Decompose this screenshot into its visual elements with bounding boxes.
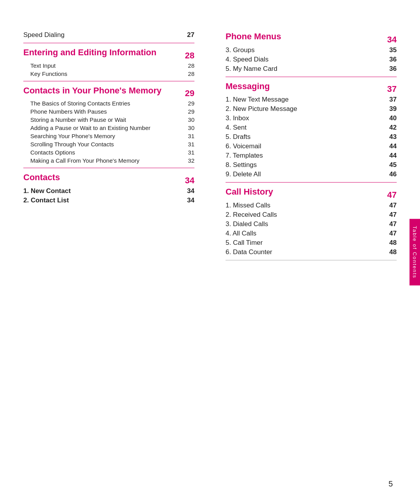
list-item: Text Input 28 <box>23 62 194 69</box>
contacts-options-label: Contacts Options <box>30 149 75 156</box>
key-functions-page: 28 <box>183 70 194 77</box>
list-item: 5. My Name Card 36 <box>226 65 397 73</box>
list-item: 5. Call Timer 48 <box>226 239 397 247</box>
text-input-label: Text Input <box>30 62 56 69</box>
list-item: The Basics of Storing Contacts Entries 2… <box>23 100 194 107</box>
new-contact-label: 1. New Contact <box>23 187 71 195</box>
new-text-msg-page: 37 <box>385 96 397 104</box>
contacts-memory-heading-row: Contacts in Your Phone's Memory 29 <box>23 85 194 99</box>
list-item: 6. Voicemail 44 <box>226 142 397 150</box>
key-functions-label: Key Functions <box>30 70 67 77</box>
list-item: 1. New Text Message 37 <box>226 96 397 104</box>
my-name-card-label: 5. My Name Card <box>226 65 277 73</box>
speed-dials-page: 36 <box>385 56 397 63</box>
list-item: 4. Sent 42 <box>226 124 397 132</box>
received-calls-page: 47 <box>385 211 397 219</box>
list-item: Key Functions 28 <box>23 70 194 77</box>
contact-list-page: 34 <box>183 197 194 204</box>
basics-label: The Basics of Storing Contacts Entries <box>30 100 130 107</box>
divider-2 <box>23 81 194 81</box>
list-item: 2. New Picture Message 39 <box>226 105 397 113</box>
page-container: Speed Dialing 27 Entering and Editing In… <box>0 0 420 504</box>
contacts-memory-page: 29 <box>185 88 194 98</box>
scrolling-page: 31 <box>183 141 194 148</box>
divider-1 <box>23 43 194 43</box>
inbox-page: 40 <box>385 114 397 122</box>
phone-menus-section: Phone Menus 34 3. Groups 35 4. Speed Dia… <box>226 31 397 73</box>
contact-list-label: 2. Contact List <box>23 197 69 204</box>
inbox-label: 3. Inbox <box>226 114 249 122</box>
basics-page: 29 <box>183 100 194 107</box>
adding-pause-label: Adding a Pause or Wait to an Existing Nu… <box>30 125 150 131</box>
entering-heading: Entering and Editing Information <box>23 47 156 58</box>
list-item: 3. Groups 35 <box>226 46 397 54</box>
sent-label: 4. Sent <box>226 124 247 132</box>
new-contact-page: 34 <box>183 187 194 195</box>
delete-all-label: 9. Delete All <box>226 170 261 178</box>
speed-dialing-row: Speed Dialing 27 <box>23 31 194 39</box>
list-item: Phone Numbers With Pauses 29 <box>23 108 194 115</box>
messaging-heading: Messaging <box>226 81 270 92</box>
dialed-calls-label: 3. Dialed Calls <box>226 220 268 228</box>
received-calls-label: 2. Received Calls <box>226 211 277 219</box>
right-column: Phone Menus 34 3. Groups 35 4. Speed Dia… <box>218 31 397 264</box>
all-calls-label: 4. All Calls <box>226 230 256 237</box>
drafts-label: 5. Drafts <box>226 133 250 141</box>
side-tab-label: Table of Contents <box>412 226 418 278</box>
list-item: 6. Data Counter 48 <box>226 248 397 256</box>
call-history-heading: Call History <box>226 186 273 198</box>
templates-label: 7. Templates <box>226 152 263 160</box>
list-item: 1. Missed Calls 47 <box>226 202 397 209</box>
list-item: Storing a Number with Pause or Wait 30 <box>23 116 194 123</box>
contacts-options-page: 31 <box>183 149 194 156</box>
side-tab: Table of Contents <box>410 219 420 285</box>
list-item: 7. Templates 44 <box>226 152 397 160</box>
list-item: 4. Speed Dials 36 <box>226 56 397 63</box>
settings-label: 8. Settings <box>226 161 257 169</box>
list-item: 5. Drafts 43 <box>226 133 397 141</box>
call-history-section: Call History 47 1. Missed Calls 47 2. Re… <box>226 186 397 256</box>
list-item: Adding a Pause or Wait to an Existing Nu… <box>23 125 194 131</box>
entering-section: Entering and Editing Information 28 Text… <box>23 47 194 77</box>
left-column: Speed Dialing 27 Entering and Editing In… <box>23 31 202 264</box>
searching-label: Searching Your Phone's Memory <box>30 133 115 139</box>
new-text-msg-label: 1. New Text Message <box>226 96 289 104</box>
text-input-page: 28 <box>183 62 194 69</box>
call-history-heading-row: Call History 47 <box>226 186 397 200</box>
groups-label: 3. Groups <box>226 46 255 54</box>
phone-menus-page: 34 <box>387 35 397 45</box>
contacts-memory-section: Contacts in Your Phone's Memory 29 The B… <box>23 85 194 164</box>
page-number: 5 <box>388 479 393 488</box>
drafts-page: 43 <box>385 133 397 141</box>
messaging-section: Messaging 37 1. New Text Message 37 2. N… <box>226 81 397 179</box>
entering-heading-page: 28 <box>185 51 194 61</box>
scrolling-label: Scrolling Through Your Contacts <box>30 141 114 148</box>
two-column-layout: Speed Dialing 27 Entering and Editing In… <box>23 31 397 264</box>
divider-4 <box>226 77 397 77</box>
contacts-heading-row: Contacts 34 <box>23 172 194 186</box>
contacts-heading: Contacts <box>23 172 60 183</box>
list-item: 4. All Calls 47 <box>226 230 397 237</box>
divider-3 <box>23 168 194 168</box>
call-history-page: 47 <box>387 190 397 200</box>
delete-all-page: 46 <box>385 170 397 178</box>
messaging-page: 37 <box>387 84 397 94</box>
contacts-memory-heading: Contacts in Your Phone's Memory <box>23 85 161 97</box>
dialed-calls-page: 47 <box>385 220 397 228</box>
phone-menus-heading-row: Phone Menus 34 <box>226 31 397 45</box>
contacts-section: Contacts 34 1. New Contact 34 2. Contact… <box>23 172 194 204</box>
list-item: 9. Delete All 46 <box>226 170 397 178</box>
missed-calls-page: 47 <box>385 202 397 209</box>
phone-numbers-pauses-label: Phone Numbers With Pauses <box>30 108 107 115</box>
list-item: 8. Settings 45 <box>226 161 397 169</box>
divider-bottom <box>226 260 397 260</box>
making-call-label: Making a Call From Your Phone's Memory <box>30 157 139 164</box>
list-item: Making a Call From Your Phone's Memory 3… <box>23 157 194 164</box>
list-item: 2. Received Calls 47 <box>226 211 397 219</box>
voicemail-page: 44 <box>385 142 397 150</box>
storing-pause-label: Storing a Number with Pause or Wait <box>30 116 126 123</box>
speed-dialing-label: Speed Dialing <box>23 31 65 39</box>
speed-dials-label: 4. Speed Dials <box>226 56 269 63</box>
all-calls-page: 47 <box>385 230 397 237</box>
templates-page: 44 <box>385 152 397 160</box>
